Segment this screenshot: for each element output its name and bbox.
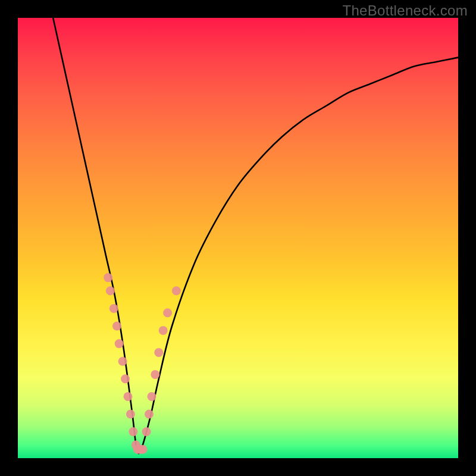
marker-dot — [124, 392, 133, 401]
marker-dot — [112, 322, 121, 331]
marker-dot — [106, 286, 115, 295]
marker-dot — [142, 427, 151, 436]
marker-dot — [145, 410, 154, 419]
plot-area — [18, 18, 458, 458]
curve-group — [53, 18, 458, 453]
watermark-text: TheBottleneck.com — [342, 2, 468, 19]
marker-dot — [109, 304, 118, 313]
marker-dot — [139, 445, 148, 454]
marker-dot — [159, 326, 168, 335]
marker-dot — [154, 348, 163, 357]
marker-dot — [118, 357, 127, 366]
bottleneck-curve-path — [53, 18, 458, 453]
marker-dot — [115, 339, 124, 348]
chart-frame: TheBottleneck.com — [0, 0, 476, 476]
marker-dot — [163, 308, 172, 317]
marker-dot — [126, 410, 135, 419]
marker-dot — [121, 374, 130, 383]
marker-dot — [151, 370, 159, 379]
marker-dot — [172, 286, 181, 295]
marker-dot — [104, 273, 112, 282]
bottleneck-curve-svg — [18, 18, 458, 458]
marker-dot — [147, 392, 156, 401]
marker-dot — [129, 427, 137, 436]
